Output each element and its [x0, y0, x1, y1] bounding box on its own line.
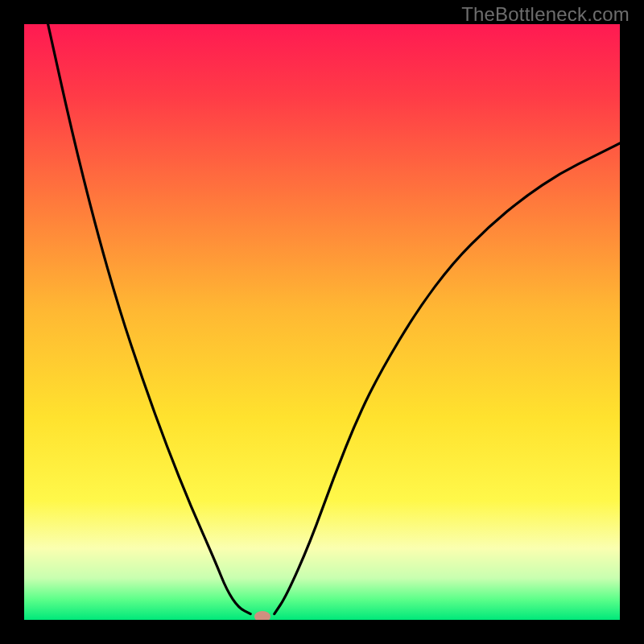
watermark-text: TheBottleneck.com — [461, 3, 630, 26]
bottleneck-curve — [24, 24, 620, 620]
curve-left-branch — [48, 24, 251, 614]
optimum-marker — [254, 611, 270, 620]
curve-right-branch — [275, 143, 620, 614]
chart-frame: TheBottleneck.com — [0, 0, 644, 644]
bottleneck-plot — [24, 24, 620, 620]
